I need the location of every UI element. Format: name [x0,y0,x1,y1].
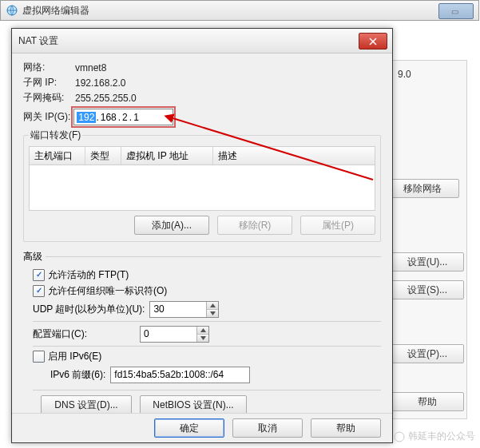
bg-settings-s-button[interactable]: 设置(S)... [391,280,464,299]
netbios-settings-button[interactable]: NetBIOS 设置(N)... [140,395,247,414]
config-port-row: 配置端口(C): [33,323,381,344]
col-vm-ip[interactable]: 虚拟机 IP 地址 [121,147,213,165]
gateway-oct3: 2 [121,112,129,123]
ipv6-prefix-input[interactable] [110,367,250,383]
properties-button[interactable]: 属性(P) [300,216,375,235]
advanced-content: 允许活动的 FTP(T) 允许任何组织唯一标识符(O) UDP 超时(以秒为单位… [23,267,381,414]
ok-button[interactable]: 确定 [154,418,224,438]
allow-ftp-checkbox[interactable] [33,269,45,281]
udp-timeout-label: UDP 超时(以秒为单位)(U): [33,303,145,316]
watermark-text: 韩延丰的公众号 [408,430,475,443]
allow-oui-checkbox[interactable] [33,285,45,297]
advanced-separator: 高级 [23,250,381,264]
close-icon [369,38,377,46]
parent-window-titlebar: 虚拟网络编辑器 ▭ [0,0,479,21]
col-type[interactable]: 类型 [85,147,121,165]
port-forwarding-legend: 端口转发(F) [29,129,82,142]
subnet-ip-row: 子网 IP: 192.168.2.0 [23,75,381,90]
remove-network-button[interactable]: 移除网络 [386,179,459,198]
subnet-ip-value: 192.168.2.0 [75,77,125,89]
port-forwarding-group: 端口转发(F) 主机端口 类型 虚拟机 IP 地址 描述 添加(A)... 移除… [23,129,381,242]
port-forward-list-header: 主机端口 类型 虚拟机 IP 地址 描述 [29,146,375,165]
separator-line [46,256,381,257]
bg-help-button[interactable]: 帮助 [391,392,464,411]
subnet-mask-value: 255.255.255.0 [75,93,137,104]
allow-ftp-row: 允许活动的 FTP(T) [33,267,381,283]
remove-button[interactable]: 移除(R) [217,216,292,235]
config-port-input[interactable] [141,328,196,339]
ipv6-prefix-row: IPv6 前缀(6): [33,364,381,385]
subnet-ip-label: 子网 IP: [23,76,75,89]
enable-ipv6-checkbox[interactable] [33,351,45,363]
network-row: 网络: vmnet8 [23,60,381,75]
dialog-title: NAT 设置 [18,34,58,48]
port-forward-list[interactable] [29,165,375,211]
udp-timeout-input[interactable] [150,303,206,315]
dialog-titlebar: NAT 设置 [12,29,392,54]
nat-settings-dialog: NAT 设置 网络: vmnet8 子网 IP: 192.168.2.0 子网掩… [11,28,393,443]
gateway-ip-input[interactable]: 192. 168 . 2 . 1 [73,109,173,125]
config-port-spinner[interactable] [140,326,209,343]
cancel-button[interactable]: 取消 [232,418,303,438]
parent-panel: 9.0 移除网络 设置(U)... 设置(S)... 设置(P)... 帮助 [387,60,467,419]
advanced-label: 高级 [23,250,42,264]
udp-timeout-row: UDP 超时(以秒为单位)(U): [33,299,381,319]
col-host-port[interactable]: 主机端口 [30,147,85,165]
allow-ftp-label: 允许活动的 FTP(T) [48,268,129,282]
spin-down-icon[interactable] [197,335,208,342]
gateway-oct2: 168 [99,112,118,123]
dialog-help-button[interactable]: 帮助 [311,418,381,438]
app-icon [6,4,18,17]
gateway-label: 网关 IP(G): [23,110,70,124]
allow-oui-row: 允许任何组织唯一标识符(O) [33,283,381,299]
watermark-icon [394,431,405,442]
bg-value: 9.0 [398,69,411,80]
extra-settings-row: DNS 设置(D)... NetBIOS 设置(N)... [33,395,381,414]
dialog-body: 网络: vmnet8 子网 IP: 192.168.2.0 子网掩码: 255.… [12,54,392,414]
spin-down-icon[interactable] [207,310,218,317]
config-port-label: 配置端口(C): [33,327,135,341]
spin-up-icon[interactable] [197,327,208,335]
col-description[interactable]: 描述 [213,147,375,165]
udp-timeout-spinner[interactable] [149,301,219,318]
svg-point-2 [395,432,404,442]
gateway-row: 网关 IP(G): 192. 168 . 2 . 1 [23,109,381,125]
spin-up-icon[interactable] [207,302,218,310]
bg-settings-p-button[interactable]: 设置(P)... [391,344,464,363]
subnet-mask-label: 子网掩码: [23,91,75,105]
gateway-oct1: 192 [77,112,96,123]
network-value: vmnet8 [75,62,106,73]
bg-settings-u-button[interactable]: 设置(U)... [391,252,464,272]
watermark: 韩延丰的公众号 [394,430,475,443]
close-button[interactable] [359,33,387,50]
subnet-mask-row: 子网掩码: 255.255.255.0 [23,90,381,105]
add-button[interactable]: 添加(A)... [134,216,209,235]
parent-close-button[interactable]: ▭ [438,3,474,19]
network-label: 网络: [23,61,75,74]
ipv6-prefix-label: IPv6 前缀(6): [50,368,105,382]
parent-window-title: 虚拟网络编辑器 [22,4,89,18]
enable-ipv6-row: 启用 IPv6(E) [33,348,381,364]
enable-ipv6-label: 启用 IPv6(E) [48,350,101,363]
port-forward-buttons: 添加(A)... 移除(R) 属性(P) [29,216,375,235]
gateway-oct4: 1 [132,112,141,123]
dns-settings-button[interactable]: DNS 设置(D)... [41,395,132,414]
allow-oui-label: 允许任何组织唯一标识符(O) [48,284,167,298]
dialog-footer: 确定 取消 帮助 [12,413,392,442]
